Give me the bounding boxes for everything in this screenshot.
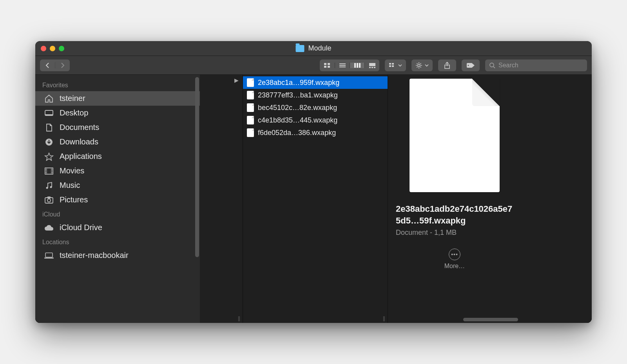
share-button[interactable]	[438, 59, 456, 71]
sidebar-scrollbar[interactable]	[195, 77, 199, 257]
window-title: Module	[308, 44, 331, 52]
file-row[interactable]: 238777eff3…ba1.wxapkg	[243, 89, 388, 101]
sidebar-item[interactable]: iCloud Drive	[35, 220, 200, 235]
disclosure-arrow-icon: ▶	[234, 77, 239, 83]
preview-more[interactable]: ••• More…	[444, 249, 465, 270]
sidebar-item-label: iCloud Drive	[60, 223, 102, 232]
sidebar-item[interactable]: Downloads	[35, 135, 200, 149]
sidebar-item-label: Desktop	[60, 108, 88, 117]
sidebar-item[interactable]: Applications	[35, 149, 200, 164]
column-resize-handle[interactable]: ǁ	[238, 316, 241, 321]
svg-rect-2	[324, 66, 326, 68]
sidebar-section-icloud: iCloud	[35, 207, 200, 220]
view-icon-button[interactable]	[320, 63, 335, 68]
document-icon	[247, 78, 254, 87]
svg-rect-15	[392, 63, 394, 65]
sidebar-item[interactable]: Desktop	[35, 106, 200, 120]
traffic-lights	[41, 46, 64, 51]
svg-rect-34	[45, 168, 53, 174]
sidebar-item-label: Movies	[60, 166, 84, 175]
sidebar-item[interactable]: Pictures	[35, 193, 200, 207]
file-row[interactable]: 2e38abc1a…959f.wxapkg	[243, 76, 388, 89]
column-parent[interactable]: ▶ ǁ	[200, 75, 243, 323]
svg-rect-9	[359, 63, 361, 68]
apps-icon	[44, 152, 54, 161]
download-icon	[44, 138, 54, 146]
svg-rect-10	[369, 63, 375, 66]
search-field[interactable]	[485, 59, 587, 71]
finder-body: Favorites tsteinerDesktopDocumentsDownlo…	[35, 75, 592, 323]
nav-buttons	[40, 59, 70, 71]
search-icon	[489, 62, 495, 68]
svg-rect-46	[45, 253, 53, 257]
svg-line-26	[420, 63, 421, 64]
arrange-button[interactable]	[385, 59, 406, 71]
search-input[interactable]	[498, 62, 583, 69]
sidebar-item[interactable]: Music	[35, 178, 200, 193]
file-name: bec45102c…82e.wxapkg	[258, 104, 337, 112]
share-icon	[444, 62, 450, 69]
file-name: c4e1b8d35…445.wxapkg	[258, 116, 337, 124]
svg-rect-13	[374, 67, 375, 68]
back-button[interactable]	[40, 62, 55, 68]
svg-rect-32	[45, 114, 53, 115]
svg-rect-12	[371, 67, 373, 68]
svg-rect-16	[389, 65, 391, 67]
pictures-icon	[44, 196, 54, 204]
sidebar-item-label: Downloads	[60, 137, 98, 146]
file-name: 2e38abc1a…959f.wxapkg	[258, 79, 339, 87]
preview-scrollbar[interactable]	[463, 318, 518, 321]
chevron-down-icon	[425, 64, 429, 67]
sidebar-item-label: tsteiner	[60, 94, 85, 103]
document-icon	[247, 91, 254, 99]
close-window-button[interactable]	[41, 46, 46, 51]
sidebar-section-favorites: Favorites	[35, 78, 200, 91]
forward-button[interactable]	[55, 62, 70, 68]
column-browser: ▶ ǁ 2e38abc1a…959f.wxapkg238777eff3…ba1.…	[200, 75, 592, 323]
svg-line-30	[493, 67, 495, 68]
zoom-window-button[interactable]	[59, 46, 64, 51]
svg-point-29	[490, 63, 494, 67]
music-icon	[44, 181, 54, 190]
movies-icon	[44, 167, 54, 175]
home-icon	[44, 94, 54, 103]
svg-rect-4	[339, 63, 346, 64]
preview-size: 1,1 MB	[434, 229, 457, 236]
file-row[interactable]: bec45102c…82e.wxapkg	[243, 101, 388, 114]
svg-point-18	[418, 64, 420, 67]
chevron-down-icon	[398, 64, 402, 67]
titlebar: Module	[35, 41, 592, 56]
column-resize-handle[interactable]: ǁ	[383, 316, 386, 321]
svg-line-23	[417, 63, 418, 64]
svg-point-41	[46, 187, 48, 189]
more-label: More…	[444, 263, 465, 270]
preview-document-icon	[410, 79, 500, 192]
svg-point-28	[468, 65, 469, 66]
docs-icon	[44, 123, 54, 132]
svg-rect-14	[389, 63, 391, 65]
desktop-icon	[44, 109, 54, 117]
sidebar-item[interactable]: Documents	[35, 120, 200, 135]
svg-rect-5	[339, 65, 346, 66]
tag-icon	[466, 63, 475, 68]
document-icon	[247, 128, 254, 137]
tags-button[interactable]	[462, 59, 480, 71]
svg-rect-3	[328, 66, 330, 68]
sidebar-item[interactable]: tsteiner-macbookair	[35, 248, 200, 263]
svg-rect-47	[44, 258, 54, 259]
sidebar-item[interactable]: Movies	[35, 164, 200, 178]
action-button[interactable]	[411, 59, 433, 71]
file-name: f6de052da…386.wxapkg	[258, 129, 336, 137]
view-list-button[interactable]	[335, 63, 350, 68]
svg-rect-11	[369, 67, 371, 68]
file-row[interactable]: f6de052da…386.wxapkg	[243, 126, 388, 139]
sidebar-item-label: Music	[60, 181, 80, 190]
svg-rect-6	[339, 67, 346, 67]
view-column-button[interactable]	[350, 63, 364, 68]
minimize-window-button[interactable]	[50, 46, 55, 51]
svg-rect-7	[354, 63, 356, 68]
view-gallery-button[interactable]	[364, 63, 379, 68]
file-row[interactable]: c4e1b8d35…445.wxapkg	[243, 114, 388, 126]
svg-rect-8	[357, 63, 358, 68]
sidebar-item[interactable]: tsteiner	[35, 91, 200, 106]
